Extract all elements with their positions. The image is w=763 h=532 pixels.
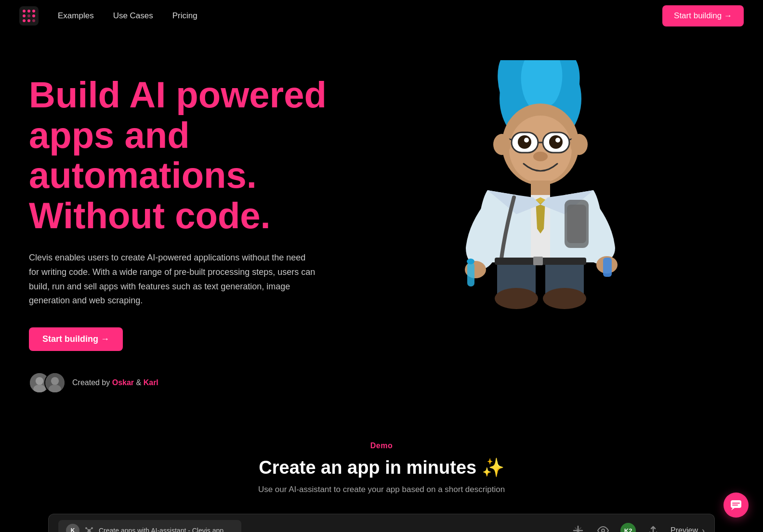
- navbar: Examples Use Cases Pricing Start buildin…: [0, 0, 763, 31]
- svg-point-30: [524, 138, 529, 143]
- svg-point-65: [602, 529, 605, 532]
- svg-rect-43: [603, 258, 612, 277]
- svg-point-9: [32, 19, 35, 22]
- nav-link-examples[interactable]: Examples: [58, 11, 94, 21]
- browser-tab-text: Create apps with AI-assistant - Clevis.a…: [99, 527, 224, 532]
- svg-point-1: [23, 10, 26, 13]
- svg-marker-67: [731, 508, 735, 510]
- svg-point-29: [549, 135, 563, 149]
- browser-bar: K Create apps with AI-assistant - Clevis…: [48, 514, 715, 532]
- avatar-karl: [44, 372, 66, 393]
- nav-link-use-cases[interactable]: Use Cases: [113, 11, 153, 21]
- creator-karl-link[interactable]: Karl: [144, 378, 158, 387]
- demo-subtitle: Use our AI-assistant to create your app …: [19, 485, 744, 494]
- view-icon[interactable]: [595, 523, 611, 532]
- svg-point-34: [570, 134, 588, 155]
- browser-icons: K2 Preview ›: [570, 523, 705, 532]
- mascot-illustration: [439, 60, 642, 330]
- hero-section: Build AI powered apps and automations. W…: [0, 31, 763, 413]
- svg-rect-35: [531, 181, 550, 195]
- svg-point-3: [32, 10, 35, 13]
- creator-text: Created by Oskar & Karl: [72, 378, 158, 387]
- svg-point-11: [36, 377, 43, 385]
- hero-description: Clevis enables users to create AI-powere…: [29, 251, 318, 308]
- svg-point-12: [33, 385, 45, 393]
- browser-tab[interactable]: K Create apps with AI-assistant - Clevis…: [58, 520, 241, 532]
- nav-link-pricing[interactable]: Pricing: [172, 11, 197, 21]
- demo-title: Create an app in minutes ✨: [19, 457, 744, 478]
- creator-and: &: [136, 378, 144, 387]
- svg-point-8: [27, 19, 30, 22]
- svg-point-49: [543, 288, 586, 309]
- creator-oskar-link[interactable]: Oskar: [112, 378, 134, 387]
- svg-point-48: [495, 288, 538, 309]
- share-icon[interactable]: [645, 523, 661, 532]
- svg-rect-51: [567, 205, 586, 243]
- demo-section: Demo Create an app in minutes ✨ Use our …: [0, 413, 763, 532]
- svg-point-2: [27, 10, 30, 13]
- logo[interactable]: [19, 6, 39, 26]
- preview-label: Preview: [671, 526, 698, 532]
- svg-point-32: [533, 152, 548, 161]
- nav-links: Examples Use Cases Pricing: [58, 11, 662, 21]
- avatar-group: [29, 372, 66, 393]
- svg-point-41: [467, 259, 474, 264]
- svg-rect-66: [731, 500, 741, 508]
- nav-start-building-button[interactable]: Start building →: [662, 5, 744, 26]
- chat-icon: [730, 499, 742, 511]
- hero-image: [347, 60, 734, 330]
- hero-title: Build AI powered apps and automations. W…: [29, 75, 347, 235]
- svg-point-28: [518, 135, 531, 149]
- svg-rect-40: [467, 262, 474, 286]
- k2-avatar: K2: [620, 523, 636, 532]
- creator-text-before: Created by: [72, 378, 110, 387]
- svg-point-5: [27, 14, 30, 17]
- svg-point-14: [51, 377, 59, 385]
- demo-label: Demo: [19, 441, 744, 450]
- svg-point-15: [49, 385, 61, 393]
- tab-network-icon: [84, 526, 94, 532]
- svg-point-6: [32, 14, 35, 17]
- hero-start-building-button[interactable]: Start building →: [29, 327, 123, 351]
- svg-point-33: [493, 134, 511, 155]
- svg-point-7: [23, 19, 26, 22]
- preview-button[interactable]: Preview ›: [671, 526, 705, 532]
- svg-point-31: [555, 138, 560, 143]
- creator-row: Created by Oskar & Karl: [29, 372, 347, 393]
- hero-content: Build AI powered apps and automations. W…: [29, 60, 347, 393]
- preview-arrow-icon: ›: [702, 526, 705, 532]
- svg-point-4: [23, 14, 26, 17]
- tab-k-avatar: K: [66, 524, 79, 532]
- svg-rect-47: [533, 257, 543, 265]
- move-icon[interactable]: [570, 523, 586, 532]
- chat-bubble-button[interactable]: [724, 493, 749, 518]
